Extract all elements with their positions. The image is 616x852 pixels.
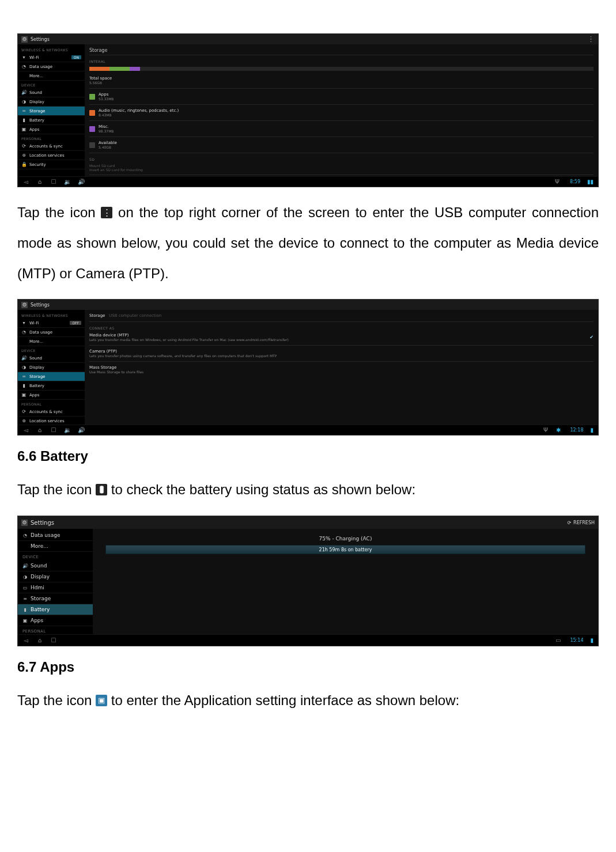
sidebar-item-label: Storage <box>31 596 51 601</box>
sidebar-item-apps[interactable]: ▣ Apps <box>18 615 93 626</box>
sound-icon: 🔊 <box>22 563 28 569</box>
vol-up-icon[interactable]: 🔊 <box>78 427 85 433</box>
misc-color-icon <box>89 126 95 132</box>
sidebar-item-accounts[interactable]: ⟳ Accounts & sync <box>18 142 85 151</box>
sidebar-item-label: Battery <box>31 607 50 612</box>
wifi-toggle[interactable]: OFF <box>70 321 81 325</box>
sidebar-item-data-usage[interactable]: ◔ Data usage <box>18 530 93 541</box>
paragraph-apps: Tap the icon to enter the Application se… <box>17 686 599 716</box>
sidebar-item-sound[interactable]: 🔊 Sound <box>18 88 85 97</box>
location-icon: ⊕ <box>21 418 27 423</box>
available-space-row[interactable]: Available 5.40GB <box>89 139 594 151</box>
vol-down-icon[interactable]: 🔉 <box>64 427 71 433</box>
sidebar-item-battery[interactable]: ▮ Battery <box>18 604 93 615</box>
checkmark-icon: ✔ <box>589 335 594 340</box>
recents-icon[interactable]: ☐ <box>50 637 57 643</box>
heading-battery: 6.6 Battery <box>17 448 599 464</box>
data-usage-icon: ◔ <box>21 64 27 69</box>
settings-icon: ⚙ <box>21 36 28 43</box>
paragraph-usb-connection: Tap the icon on the top right corner of … <box>17 198 599 289</box>
sidebar-item-label: Display <box>29 100 44 104</box>
sidebar-item-label: Sound <box>31 563 47 569</box>
sidebar-item-label: More... <box>31 543 48 549</box>
lock-icon: 🔒 <box>21 162 27 167</box>
category-wireless: WIRELESS & NETWORKS <box>18 46 85 53</box>
system-nav-bar: ◅ ⌂ ☐ 🔉 🔊 Ψ ✱ 12:18 ▮ <box>18 425 598 435</box>
sidebar-item-display[interactable]: ◑ Display <box>18 363 85 372</box>
status-clock: 15:14 <box>570 638 583 643</box>
battery-inline-icon <box>96 484 107 495</box>
sidebar-item-storage[interactable]: ≡ Storage <box>18 372 85 381</box>
settings-body: ◔ Data usage More... DEVICE 🔊 Sound ◑ Di… <box>18 529 598 646</box>
sidebar-item-battery[interactable]: ▮ Battery <box>18 381 85 391</box>
sidebar-item-data-usage[interactable]: ◔ Data usage <box>18 62 85 71</box>
total-space-row[interactable]: Total space 5.56GB <box>89 74 594 86</box>
settings-sidebar: WIRELESS & NETWORKS ▾ Wi-Fi ON ◔ Data us… <box>18 44 85 187</box>
apps-icon: ▣ <box>22 618 28 623</box>
sidebar-item-apps[interactable]: ▣ Apps <box>18 391 85 400</box>
status-clock: 12:18 <box>570 427 583 433</box>
recents-icon[interactable]: ☐ <box>50 427 57 433</box>
sync-icon: ⟳ <box>21 409 27 414</box>
sidebar-item-data-usage[interactable]: ◔ Data usage <box>18 328 85 337</box>
category-device: DEVICE <box>18 552 93 561</box>
mass-storage-option[interactable]: Mass Storage Use Mass Storage to share f… <box>89 363 594 376</box>
back-icon[interactable]: ◅ <box>22 637 29 643</box>
home-icon[interactable]: ⌂ <box>36 427 43 433</box>
sidebar-item-label: Wi-Fi <box>29 55 39 60</box>
battery-icon: ▮ <box>21 383 27 388</box>
storage-icon: ≡ <box>21 374 27 379</box>
sidebar-item-storage[interactable]: ≡ Storage <box>18 107 85 116</box>
recents-icon[interactable]: ☐ <box>50 179 57 185</box>
back-icon[interactable]: ◅ <box>22 179 29 185</box>
sidebar-item-label: Sound <box>29 90 42 95</box>
screenshot-storage: ⚙ Settings ⋮ WIRELESS & NETWORKS ▾ Wi-Fi… <box>17 33 599 187</box>
apps-space-row[interactable]: Apps 53.33MB <box>89 90 594 103</box>
vol-down-icon[interactable]: 🔉 <box>64 179 71 185</box>
mount-sd-row: Mount SD card Insert an SD card for moun… <box>89 162 594 173</box>
home-icon[interactable]: ⌂ <box>36 637 43 643</box>
mtp-option[interactable]: Media device (MTP) Lets you transfer med… <box>89 331 594 343</box>
refresh-button[interactable]: ⟳ REFRESH <box>567 520 595 525</box>
audio-space-row[interactable]: Audio (music, ringtones, podcasts, etc.)… <box>89 107 594 119</box>
sidebar-item-accounts[interactable]: ⟳ Accounts & sync <box>18 407 85 416</box>
wifi-icon: ▾ <box>21 320 27 325</box>
ptp-option[interactable]: Camera (PTP) Lets you transfer photos us… <box>89 347 594 359</box>
sidebar-item-security[interactable]: 🔒 Security <box>18 160 85 169</box>
back-icon[interactable]: ◅ <box>22 427 29 433</box>
home-icon[interactable]: ⌂ <box>36 179 43 185</box>
wifi-toggle[interactable]: ON <box>71 55 81 59</box>
sidebar-item-label: Apps <box>31 618 43 623</box>
sidebar-item-label: Wi-Fi <box>29 321 39 325</box>
settings-body: WIRELESS & NETWORKS ▾ Wi-Fi ON ◔ Data us… <box>18 44 598 187</box>
storage-bar <box>89 67 594 71</box>
settings-sidebar: WIRELESS & NETWORKS ▾ Wi-Fi OFF ◔ Data u… <box>18 310 85 435</box>
sidebar-item-more[interactable]: More... <box>18 337 85 346</box>
sidebar-item-sound[interactable]: 🔊 Sound <box>18 561 93 571</box>
signal-icon: ▮ <box>590 427 594 433</box>
sidebar-item-hdmi[interactable]: ▭ Hdmi <box>18 582 93 593</box>
sidebar-item-sound[interactable]: 🔊 Sound <box>18 354 85 363</box>
sidebar-item-apps[interactable]: ▣ Apps <box>18 125 85 134</box>
overflow-menu-icon[interactable]: ⋮ <box>587 37 595 40</box>
sidebar-item-wifi[interactable]: ▾ Wi-Fi ON <box>18 53 85 62</box>
battery-graph[interactable]: 21h 59m 8s on battery <box>105 545 585 554</box>
battery-pane: 75% - Charging (AC) 21h 59m 8s on batter… <box>93 529 598 646</box>
sidebar-item-wifi[interactable]: ▾ Wi-Fi OFF <box>18 319 85 328</box>
category-personal: PERSONAL <box>18 134 85 142</box>
sidebar-item-display[interactable]: ◑ Display <box>18 97 85 107</box>
location-icon: ⊕ <box>21 153 27 158</box>
sidebar-item-battery[interactable]: ▮ Battery <box>18 116 85 125</box>
data-usage-icon: ◔ <box>21 330 27 335</box>
sidebar-item-more[interactable]: More... <box>18 71 85 81</box>
sidebar-item-location[interactable]: ⊕ Location services <box>18 151 85 160</box>
vol-up-icon[interactable]: 🔊 <box>78 179 85 185</box>
sidebar-item-more[interactable]: More... <box>18 541 93 552</box>
display-icon: ◑ <box>21 365 27 370</box>
wifi-icon: ▾ <box>21 55 27 60</box>
sidebar-item-storage[interactable]: ≡ Storage <box>18 593 93 604</box>
pane-title: Storage <box>89 48 594 53</box>
sidebar-item-display[interactable]: ◑ Display <box>18 571 93 582</box>
misc-space-row[interactable]: Misc. 98.37MB <box>89 123 594 135</box>
category-wireless: WIRELESS & NETWORKS <box>18 311 85 319</box>
